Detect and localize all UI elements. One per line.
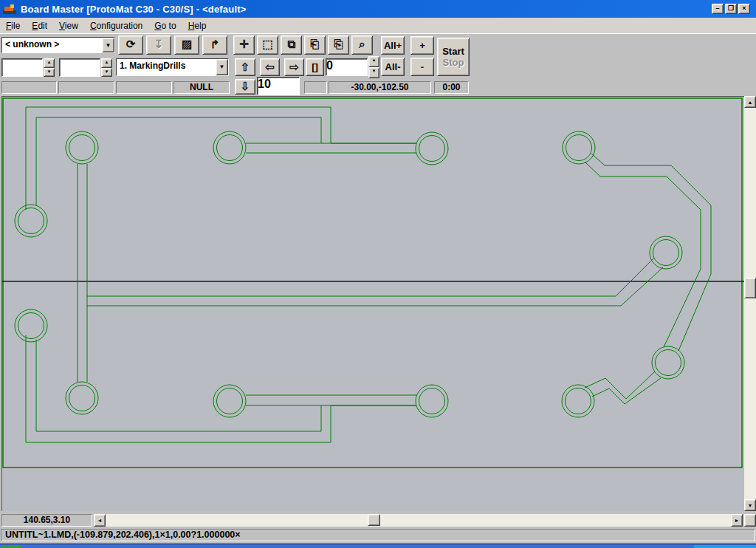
pad-8-outer — [66, 382, 98, 414]
pad-2-outer — [213, 131, 246, 164]
previous-view-icon[interactable]: ⎗ — [304, 35, 326, 55]
x-spinner[interactable]: ▲ ▼ — [44, 58, 55, 77]
pcb-workspace[interactable] — [1, 96, 744, 511]
app-icon — [3, 4, 16, 14]
scroll-left-icon[interactable]: ◄ — [94, 514, 106, 527]
x-coordinate-field[interactable] — [1, 58, 43, 77]
menu-item-view[interactable]: View — [53, 19, 84, 32]
pad-2-inner — [217, 135, 243, 161]
move-down-button[interactable]: ⇩ — [235, 79, 255, 95]
y-coordinate-field[interactable] — [59, 58, 100, 77]
chevron-down-icon[interactable]: ▼ — [102, 38, 114, 52]
board-outline — [3, 98, 742, 467]
production-phase-select[interactable]: 1. MarkingDrills ▼ — [116, 58, 229, 76]
all-minus-button[interactable]: All- — [381, 58, 405, 76]
chevron-down-icon[interactable]: ▼ — [216, 59, 228, 75]
pcb-drawing — [2, 97, 744, 511]
tray-edge — [694, 545, 756, 548]
menu-item-file[interactable]: File — [0, 19, 26, 32]
download-data-icon: ↧ — [146, 35, 171, 55]
pad-7-outer — [15, 309, 47, 342]
pad-10-outer — [416, 385, 448, 417]
milling-area-icon[interactable]: ▨ — [174, 35, 199, 55]
pad-4-outer — [563, 131, 595, 164]
head-select[interactable]: < unknown > ▼ — [1, 37, 115, 53]
bracket-button[interactable]: [] — [306, 58, 324, 76]
statusbar-text: UNTITL~1.LMD,(-109.879,202.406),1×1,0.00… — [1, 529, 755, 541]
status-cell-1 — [1, 81, 57, 94]
minus-button[interactable]: - — [410, 58, 434, 76]
count-spinner[interactable]: ▲ ▼ — [368, 56, 379, 78]
pad-5-outer — [15, 205, 47, 237]
spin-down-icon[interactable]: ▼ — [44, 68, 55, 78]
move-left-button[interactable]: ⇦ — [260, 58, 280, 76]
pad-3-inner — [419, 136, 445, 162]
scroll-right-icon[interactable]: ► — [731, 514, 743, 527]
bottom-scroll-row: 140.65,3.10 ◄ ► — [0, 513, 756, 527]
pan-view-icon[interactable]: ✛ — [233, 35, 255, 55]
pad-9-inner — [217, 388, 243, 414]
trace-outline-2 — [36, 117, 321, 205]
tool-exchange-icon[interactable]: ↱ — [202, 35, 227, 55]
spin-down-icon[interactable]: ▼ — [368, 67, 379, 78]
taskbar-edge — [0, 544, 756, 548]
pad-6-outer — [650, 236, 682, 269]
vertical-scrollbar[interactable]: ▲ ▼ — [744, 96, 756, 511]
head-select-value: < unknown > — [2, 38, 102, 52]
recalculate-icon[interactable]: ⟳ — [118, 35, 143, 55]
zoom-lens-icon[interactable]: ⌕ — [351, 35, 373, 55]
trace-outline-8 — [87, 267, 663, 306]
pad-12-inner — [656, 350, 681, 376]
spin-down-icon[interactable]: ▼ — [101, 68, 112, 78]
head-position-cell: -30.00,-102.50 — [329, 81, 431, 94]
pad-7-inner — [18, 313, 44, 339]
close-button[interactable]: × — [738, 4, 750, 14]
move-up-button[interactable]: ⇧ — [235, 58, 255, 76]
menu-item-go-to[interactable]: Go to — [148, 19, 182, 32]
pad-10-inner — [419, 388, 445, 414]
minimize-button[interactable]: – — [712, 4, 724, 14]
pad-1-outer — [66, 131, 98, 164]
all-plus-button[interactable]: All+ — [381, 36, 405, 55]
title-bar: Board Master [ProtoMat C30 - C30/S] - <d… — [0, 0, 756, 18]
spin-up-icon[interactable]: ▲ — [368, 56, 379, 67]
pad-3-outer — [416, 132, 448, 165]
start-label: Start — [438, 46, 469, 57]
next-view-icon[interactable]: ⎘ — [328, 35, 349, 55]
step-field[interactable]: 10 — [257, 77, 300, 95]
menu-bar: FileEditViewConfigurationGo toHelp — [0, 18, 756, 34]
y-spinner[interactable]: ▲ ▼ — [101, 58, 112, 77]
trace-outline-9 — [591, 154, 711, 351]
spin-up-icon[interactable]: ▲ — [44, 58, 55, 68]
status-cell-3 — [116, 81, 172, 94]
status-cell-5 — [304, 81, 327, 94]
restore-button[interactable]: ❐ — [725, 4, 737, 14]
menu-item-configuration[interactable]: Configuration — [84, 19, 148, 32]
count-field[interactable]: 0 — [326, 58, 368, 76]
trace-outline-1 — [26, 107, 416, 210]
menu-item-edit[interactable]: Edit — [26, 19, 53, 32]
horizontal-scrollbar[interactable] — [106, 514, 731, 527]
scroll-up-icon[interactable]: ▲ — [744, 96, 756, 108]
phase-status-cell: NULL — [173, 81, 230, 94]
cursor-position-cell: 140.65,3.10 — [1, 514, 92, 527]
move-right-button[interactable]: ⇨ — [284, 58, 304, 76]
start-button-edge[interactable] — [1, 545, 21, 548]
select-area-icon[interactable]: ⬚ — [257, 35, 278, 55]
trace-outline-13 — [26, 335, 416, 442]
status-bar: UNTITL~1.LMD,(-109.879,202.406),1×1,0.00… — [0, 528, 756, 542]
spin-up-icon[interactable]: ▲ — [101, 58, 112, 68]
start-stop-button[interactable]: Start Stop — [437, 38, 470, 76]
zoom-window-icon[interactable]: ⧉ — [281, 35, 302, 55]
pad-11-outer — [562, 385, 594, 417]
horizontal-scroll-thumb[interactable] — [368, 514, 380, 526]
pad-5-inner — [18, 208, 44, 234]
scroll-down-icon[interactable]: ▼ — [744, 499, 756, 511]
pad-1-inner — [69, 135, 95, 161]
vertical-scroll-thumb[interactable] — [744, 278, 756, 298]
plus-button[interactable]: + — [410, 36, 434, 55]
pad-8-inner — [69, 386, 95, 411]
pad-6-inner — [653, 240, 679, 266]
pad-11-inner — [566, 388, 591, 414]
menu-item-help[interactable]: Help — [182, 19, 213, 32]
